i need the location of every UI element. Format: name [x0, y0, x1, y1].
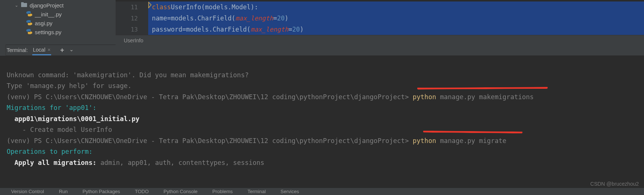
line-number: 13 [116, 24, 148, 35]
terminal-tab[interactable]: Local × [32, 45, 52, 55]
bottom-tab[interactable]: Services [280, 189, 299, 194]
terminal-line: Unknown command: 'makemigration'. Did yo… [7, 71, 249, 79]
tree-file-row[interactable]: __init__.py [0, 10, 116, 19]
python-file-icon [26, 11, 33, 18]
svg-rect-1 [21, 2, 24, 4]
python-file-icon [26, 20, 33, 27]
close-icon[interactable]: × [47, 47, 50, 53]
terminal-line: Migrations for 'app01': [7, 104, 96, 111]
code-editor[interactable]: 11 class UserInfo(models.Model): 12 name… [116, 0, 644, 45]
annotation-underline [417, 87, 548, 90]
terminal-tab-label: Local [33, 47, 45, 53]
editor-lines: 11 class UserInfo(models.Model): 12 name… [116, 0, 644, 35]
file-label: asgi.py [35, 20, 53, 26]
tree-file-row[interactable]: settings.py [0, 27, 116, 36]
bottom-tab[interactable]: Run [59, 189, 68, 194]
code-content[interactable]: password = models.CharField(max_length=2… [148, 24, 644, 35]
bottom-tab[interactable]: TODO [135, 189, 149, 194]
code-content[interactable]: name = models.CharField(max_length=20) [148, 13, 644, 24]
line-number: 11 [116, 1, 148, 13]
terminal-prompt: (venv) PS C:\Users\CNZHOUWE\OneDrive - T… [7, 93, 534, 101]
code-line[interactable]: 13 password = models.CharField(max_lengt… [116, 24, 644, 35]
file-label: settings.py [35, 29, 62, 35]
terminal-line: Apply all migrations: admin, app01, auth… [7, 159, 264, 166]
folder-icon [21, 2, 27, 9]
tree-file-row[interactable]: asgi.py [0, 19, 116, 27]
bottom-toolwindow-bar: Version Control Run Python Packages TODO… [0, 188, 644, 195]
terminal-line: Type 'manage.py help' for usage. [7, 82, 132, 90]
top-area: ⌄ djangoProject __init__.py asgi.py sett… [0, 0, 644, 45]
breadcrumb[interactable]: UserInfo [116, 35, 644, 45]
line-number: 12 [116, 13, 148, 24]
chevron-down-icon[interactable]: ⌄ [14, 3, 19, 8]
tree-folder-row[interactable]: ⌄ djangoProject [0, 1, 116, 10]
bottom-tab[interactable]: Problems [212, 189, 233, 194]
terminal-output[interactable]: Unknown command: 'makemigration'. Did yo… [0, 56, 644, 192]
terminal-toolbar: Terminal: Local × + ⌄ [0, 45, 644, 56]
bottom-tab[interactable]: Python Console [163, 189, 197, 194]
code-line[interactable]: 11 class UserInfo(models.Model): [116, 1, 644, 13]
gutter-marker-icon [148, 2, 152, 9]
annotation-underline [423, 130, 522, 133]
terminal-line: app01\migrations\0001_initial.py [7, 115, 139, 123]
bottom-tab[interactable]: Version Control [11, 189, 44, 194]
file-label: __init__.py [35, 11, 62, 17]
terminal-title: Terminal: [7, 47, 28, 53]
terminal-prompt: (venv) PS C:\Users\CNZHOUWE\OneDrive - T… [7, 137, 507, 144]
bottom-tab[interactable]: Terminal [248, 189, 266, 194]
terminal-line: - Create model UserInfo [7, 126, 112, 133]
project-tree[interactable]: ⌄ djangoProject __init__.py asgi.py sett… [0, 0, 116, 45]
terminal-dropdown-icon[interactable]: ⌄ [69, 46, 74, 54]
folder-label: djangoProject [30, 2, 64, 9]
code-content[interactable]: class UserInfo(models.Model): [148, 1, 644, 13]
python-file-icon [26, 29, 33, 36]
code-line[interactable]: 12 name = models.CharField(max_length=20… [116, 13, 644, 24]
watermark: CSDN @brucezhou2 [590, 181, 639, 187]
breadcrumb-item[interactable]: UserInfo [124, 38, 143, 43]
add-terminal-icon[interactable]: + [60, 46, 64, 54]
bottom-tab[interactable]: Python Packages [83, 189, 120, 194]
terminal-line: Operations to perform: [7, 148, 93, 155]
